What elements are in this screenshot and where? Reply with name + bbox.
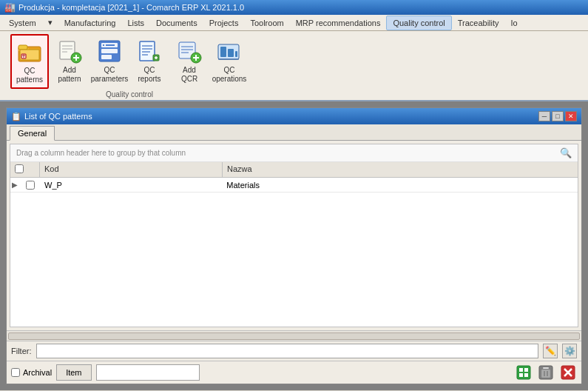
filter-settings-button[interactable]: ⚙️ <box>562 344 577 358</box>
svg-rect-46 <box>543 367 549 369</box>
window-controls: ─ □ ✕ <box>538 111 577 121</box>
ribbon-group-quality-control: QC patterns <box>4 34 254 98</box>
menu-io[interactable]: Io <box>505 16 524 30</box>
menu-toolroom[interactable]: Toolroom <box>244 16 289 30</box>
add-pattern-icon <box>56 38 83 64</box>
menu-projects[interactable]: Projects <box>203 16 245 30</box>
qc-reports-icon <box>136 38 163 64</box>
qc-patterns-button[interactable]: QC patterns <box>10 34 49 89</box>
qc-parameters-button[interactable]: QC parameters <box>90 34 129 87</box>
qc-parameters-icon <box>96 38 123 64</box>
add-row-button[interactable] <box>515 364 533 381</box>
qc-patterns-label: QC patterns <box>16 67 43 84</box>
delete-button[interactable] <box>537 364 555 381</box>
row-check <box>21 179 40 191</box>
ribbon-buttons: QC patterns <box>10 34 249 89</box>
drag-hint-row: Drag a column header here to group by th… <box>10 144 578 162</box>
add-qcr-button[interactable]: Add QCR <box>170 34 209 87</box>
window-tabs: General <box>7 124 581 141</box>
table-area: Drag a column header here to group by th… <box>10 144 578 327</box>
add-qcr-icon <box>176 38 203 64</box>
ribbon-content: QC patterns <box>0 31 588 100</box>
qc-reports-button[interactable]: QC reports <box>130 34 169 87</box>
menu-documents[interactable]: Documents <box>150 16 203 30</box>
svg-rect-37 <box>228 49 234 57</box>
svg-rect-16 <box>101 49 118 53</box>
minimize-button[interactable]: ─ <box>538 111 550 121</box>
menu-quality-control[interactable]: Quality control <box>386 16 451 30</box>
add-qcr-label: Add QCR <box>181 66 197 84</box>
window-icon: 📋 <box>11 112 21 121</box>
close-red-button[interactable] <box>559 364 577 381</box>
menu-arrow[interactable]: ▾ <box>42 16 58 30</box>
svg-rect-17 <box>101 55 112 59</box>
svg-rect-38 <box>235 51 237 57</box>
qc-reports-label: QC reports <box>138 66 160 84</box>
table-header: Kod Nazwa <box>10 162 578 178</box>
ribbon: QC patterns <box>0 31 588 101</box>
app-icon: 🏭 <box>4 2 16 13</box>
svg-rect-47 <box>541 370 550 378</box>
svg-rect-40 <box>517 366 530 379</box>
close-button[interactable]: ✕ <box>565 111 577 121</box>
main-area: 📋 List of QC patterns ─ □ ✕ General Drag… <box>0 101 588 390</box>
scrollbar-track <box>8 332 580 340</box>
qc-patterns-icon <box>16 39 43 65</box>
svg-rect-43 <box>519 373 523 377</box>
app-title: Produkcja - kompletacja [2021_1] - Comar… <box>18 3 244 12</box>
filter-input[interactable] <box>36 344 539 358</box>
horizontal-scrollbar[interactable] <box>7 330 581 341</box>
svg-rect-2 <box>18 45 27 50</box>
header-check <box>10 162 40 177</box>
add-pattern-label: Add pattern <box>58 66 81 84</box>
table-row[interactable]: ▶ W_P Materials <box>10 178 578 193</box>
window-titlebar: 📋 List of QC patterns ─ □ ✕ <box>7 108 581 124</box>
qc-operations-button[interactable]: QC operations <box>210 34 249 87</box>
window-title-left: 📋 List of QC patterns <box>11 112 92 121</box>
qc-operations-label: QC operations <box>212 66 247 84</box>
inner-window: 📋 List of QC patterns ─ □ ✕ General Drag… <box>6 107 582 384</box>
archival-text: Archival <box>23 368 52 377</box>
svg-rect-36 <box>220 47 226 57</box>
svg-rect-42 <box>524 368 528 372</box>
qc-operations-icon <box>216 38 243 64</box>
ribbon-group-label: Quality control <box>106 89 153 98</box>
maximize-button[interactable]: □ <box>552 111 564 121</box>
title-bar: 🏭 Produkcja - kompletacja [2021_1] - Com… <box>0 0 588 15</box>
header-checkbox[interactable] <box>15 164 24 173</box>
drag-hint-text: Drag a column header here to group by th… <box>16 149 186 157</box>
table-body: ▶ W_P Materials <box>10 178 578 327</box>
add-pattern-button[interactable]: Add pattern <box>50 34 89 87</box>
menu-mrp[interactable]: MRP recommendations <box>290 16 387 30</box>
menu-traceability[interactable]: Traceability <box>452 16 505 30</box>
search-icon[interactable]: 🔍 <box>560 147 572 158</box>
menu-bar: System ▾ Manufacturing Lists Documents P… <box>0 15 588 31</box>
row-nazwa: Materials <box>222 179 578 191</box>
menu-manufacturing[interactable]: Manufacturing <box>58 16 122 30</box>
row-checkbox[interactable] <box>26 181 35 190</box>
filter-edit-button[interactable]: ✏️ <box>543 344 558 358</box>
filter-label: Filter: <box>11 347 32 355</box>
window-title: List of QC patterns <box>24 112 92 121</box>
item-button[interactable]: Item <box>56 364 91 381</box>
header-kod: Kod <box>40 162 223 177</box>
header-nazwa: Nazwa <box>223 162 578 177</box>
archival-checkbox[interactable] <box>11 368 20 377</box>
archival-label: Archival <box>11 368 52 377</box>
svg-rect-44 <box>524 373 528 377</box>
item-field[interactable] <box>96 364 200 381</box>
filter-bar: Filter: ✏️ ⚙️ <box>7 341 581 361</box>
bottom-toolbar: Archival Item <box>7 361 581 384</box>
row-kod: W_P <box>40 179 222 191</box>
menu-system[interactable]: System <box>3 16 42 30</box>
row-arrow: ▶ <box>10 179 21 190</box>
svg-rect-41 <box>519 368 523 372</box>
svg-rect-20 <box>140 41 155 61</box>
tab-general[interactable]: General <box>10 126 55 141</box>
qc-parameters-label: QC parameters <box>91 66 129 84</box>
menu-lists[interactable]: Lists <box>121 16 150 30</box>
